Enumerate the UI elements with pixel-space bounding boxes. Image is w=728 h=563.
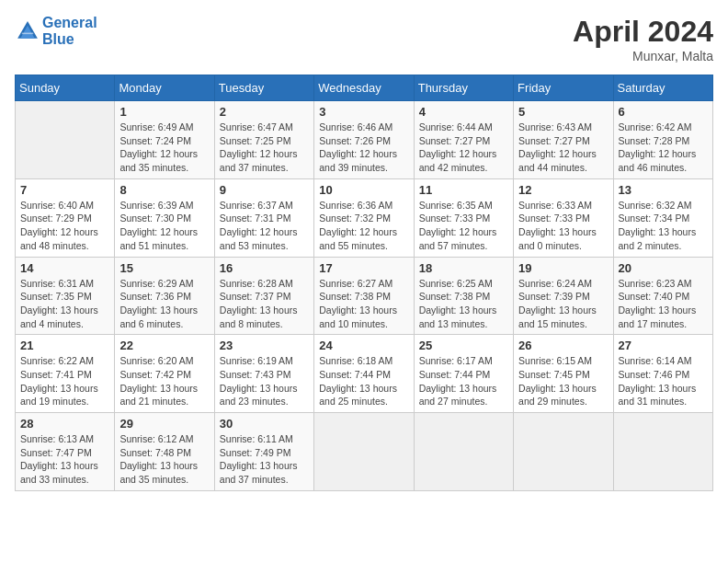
day-number: 3 (319, 105, 408, 119)
day-info: Sunrise: 6:17 AMSunset: 7:44 PMDaylight:… (419, 354, 508, 408)
header-wednesday: Wednesday (314, 75, 414, 101)
calendar-cell: 28Sunrise: 6:13 AMSunset: 7:47 PMDayligh… (16, 413, 115, 491)
logo: General Blue (15, 15, 97, 48)
calendar-cell: 4Sunrise: 6:44 AMSunset: 7:27 PMDaylight… (414, 101, 513, 179)
calendar-cell: 25Sunrise: 6:17 AMSunset: 7:44 PMDayligh… (414, 335, 513, 413)
calendar-cell: 23Sunrise: 6:19 AMSunset: 7:43 PMDayligh… (214, 335, 313, 413)
calendar-cell: 12Sunrise: 6:33 AMSunset: 7:33 PMDayligh… (514, 178, 613, 257)
calendar-cell (16, 101, 115, 179)
day-number: 16 (220, 261, 309, 275)
day-number: 4 (419, 105, 508, 119)
day-number: 12 (518, 183, 608, 197)
day-info: Sunrise: 6:15 AMSunset: 7:45 PMDaylight:… (518, 354, 608, 408)
day-info: Sunrise: 6:25 AMSunset: 7:38 PMDaylight:… (419, 277, 508, 331)
day-number: 30 (220, 417, 309, 431)
day-info: Sunrise: 6:40 AMSunset: 7:29 PMDaylight:… (20, 199, 109, 253)
day-number: 22 (119, 339, 209, 352)
calendar-cell: 24Sunrise: 6:18 AMSunset: 7:44 PMDayligh… (314, 335, 414, 413)
calendar-cell: 9Sunrise: 6:37 AMSunset: 7:31 PMDaylight… (214, 178, 313, 257)
calendar-cell (514, 413, 613, 491)
calendar-cell: 16Sunrise: 6:28 AMSunset: 7:37 PMDayligh… (214, 257, 313, 335)
day-number: 1 (119, 105, 209, 119)
day-number: 5 (518, 105, 608, 119)
day-info: Sunrise: 6:29 AMSunset: 7:36 PMDaylight:… (119, 277, 209, 331)
calendar-week-3: 21Sunrise: 6:22 AMSunset: 7:41 PMDayligh… (16, 335, 713, 413)
day-number: 24 (319, 339, 408, 352)
calendar-week-0: 1Sunrise: 6:49 AMSunset: 7:24 PMDaylight… (16, 101, 713, 179)
day-number: 2 (220, 105, 309, 119)
day-info: Sunrise: 6:47 AMSunset: 7:25 PMDaylight:… (220, 121, 309, 175)
logo-icon (15, 18, 40, 44)
calendar-week-4: 28Sunrise: 6:13 AMSunset: 7:47 PMDayligh… (16, 413, 713, 491)
day-number: 15 (119, 261, 209, 275)
day-number: 20 (619, 261, 708, 275)
calendar-cell: 8Sunrise: 6:39 AMSunset: 7:30 PMDaylight… (115, 178, 214, 257)
calendar-cell: 29Sunrise: 6:12 AMSunset: 7:48 PMDayligh… (115, 413, 214, 491)
header-thursday: Thursday (414, 75, 513, 101)
day-info: Sunrise: 6:22 AMSunset: 7:41 PMDaylight:… (20, 354, 109, 408)
day-number: 10 (319, 183, 408, 197)
day-info: Sunrise: 6:33 AMSunset: 7:33 PMDaylight:… (518, 199, 608, 253)
calendar-week-2: 14Sunrise: 6:31 AMSunset: 7:35 PMDayligh… (16, 257, 713, 335)
calendar-cell: 11Sunrise: 6:35 AMSunset: 7:33 PMDayligh… (414, 178, 513, 257)
calendar-cell: 5Sunrise: 6:43 AMSunset: 7:27 PMDaylight… (514, 101, 613, 179)
calendar-cell: 20Sunrise: 6:23 AMSunset: 7:40 PMDayligh… (613, 257, 712, 335)
day-info: Sunrise: 6:24 AMSunset: 7:39 PMDaylight:… (518, 277, 608, 331)
day-number: 19 (518, 261, 608, 275)
header-saturday: Saturday (613, 75, 712, 101)
header-tuesday: Tuesday (214, 75, 313, 101)
day-info: Sunrise: 6:23 AMSunset: 7:40 PMDaylight:… (619, 277, 708, 331)
day-info: Sunrise: 6:44 AMSunset: 7:27 PMDaylight:… (419, 121, 508, 175)
calendar-cell: 26Sunrise: 6:15 AMSunset: 7:45 PMDayligh… (514, 335, 613, 413)
day-info: Sunrise: 6:35 AMSunset: 7:33 PMDaylight:… (419, 199, 508, 253)
day-info: Sunrise: 6:39 AMSunset: 7:30 PMDaylight:… (119, 199, 209, 253)
day-number: 9 (220, 183, 309, 197)
calendar-cell (314, 413, 414, 491)
day-info: Sunrise: 6:28 AMSunset: 7:37 PMDaylight:… (220, 277, 309, 331)
day-number: 11 (419, 183, 508, 197)
logo-text: General Blue (42, 15, 97, 48)
calendar-cell: 21Sunrise: 6:22 AMSunset: 7:41 PMDayligh… (16, 335, 115, 413)
calendar-header-row: SundayMondayTuesdayWednesdayThursdayFrid… (16, 75, 713, 101)
day-number: 7 (20, 183, 109, 197)
day-info: Sunrise: 6:12 AMSunset: 7:48 PMDaylight:… (119, 432, 209, 487)
day-number: 25 (419, 339, 508, 352)
calendar-cell: 10Sunrise: 6:36 AMSunset: 7:32 PMDayligh… (314, 178, 414, 257)
day-info: Sunrise: 6:32 AMSunset: 7:34 PMDaylight:… (619, 199, 708, 253)
day-info: Sunrise: 6:36 AMSunset: 7:32 PMDaylight:… (319, 199, 408, 253)
calendar-cell: 3Sunrise: 6:46 AMSunset: 7:26 PMDaylight… (314, 101, 414, 179)
day-info: Sunrise: 6:18 AMSunset: 7:44 PMDaylight:… (319, 354, 408, 408)
day-info: Sunrise: 6:43 AMSunset: 7:27 PMDaylight:… (518, 121, 608, 175)
day-number: 21 (20, 339, 109, 352)
header-sunday: Sunday (16, 75, 115, 101)
location-subtitle: Munxar, Malta (573, 49, 713, 63)
day-number: 23 (220, 339, 309, 352)
day-number: 26 (518, 339, 608, 352)
calendar-cell: 15Sunrise: 6:29 AMSunset: 7:36 PMDayligh… (115, 257, 214, 335)
day-number: 17 (319, 261, 408, 275)
calendar-cell: 7Sunrise: 6:40 AMSunset: 7:29 PMDaylight… (16, 178, 115, 257)
day-info: Sunrise: 6:31 AMSunset: 7:35 PMDaylight:… (20, 277, 109, 331)
calendar-cell: 13Sunrise: 6:32 AMSunset: 7:34 PMDayligh… (613, 178, 712, 257)
calendar-cell: 27Sunrise: 6:14 AMSunset: 7:46 PMDayligh… (613, 335, 712, 413)
day-number: 18 (419, 261, 508, 275)
header-monday: Monday (115, 75, 214, 101)
calendar-cell (613, 413, 712, 491)
calendar-week-1: 7Sunrise: 6:40 AMSunset: 7:29 PMDaylight… (16, 178, 713, 257)
day-number: 13 (619, 183, 708, 197)
calendar-cell (414, 413, 513, 491)
title-block: April 2024 Munxar, Malta (573, 15, 713, 63)
calendar-cell: 14Sunrise: 6:31 AMSunset: 7:35 PMDayligh… (16, 257, 115, 335)
calendar-cell: 30Sunrise: 6:11 AMSunset: 7:49 PMDayligh… (214, 413, 313, 491)
month-title: April 2024 (573, 15, 713, 49)
day-number: 6 (619, 105, 708, 119)
calendar-cell: 19Sunrise: 6:24 AMSunset: 7:39 PMDayligh… (514, 257, 613, 335)
calendar-cell: 17Sunrise: 6:27 AMSunset: 7:38 PMDayligh… (314, 257, 414, 335)
header-friday: Friday (514, 75, 613, 101)
day-info: Sunrise: 6:20 AMSunset: 7:42 PMDaylight:… (119, 354, 209, 408)
day-info: Sunrise: 6:37 AMSunset: 7:31 PMDaylight:… (220, 199, 309, 253)
day-number: 29 (119, 417, 209, 431)
day-info: Sunrise: 6:27 AMSunset: 7:38 PMDaylight:… (319, 277, 408, 331)
day-info: Sunrise: 6:19 AMSunset: 7:43 PMDaylight:… (220, 354, 309, 408)
calendar-cell: 2Sunrise: 6:47 AMSunset: 7:25 PMDaylight… (214, 101, 313, 179)
